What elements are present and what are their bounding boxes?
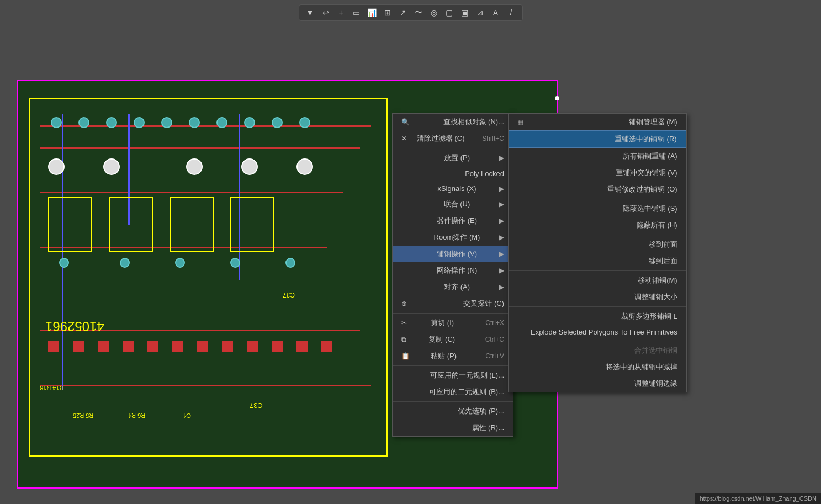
move-back-label: 移到后面	[649, 256, 677, 266]
submenu-separator-1	[509, 199, 686, 199]
cross-probe-label: 交叉探针 (C)	[463, 299, 504, 309]
menu-item-properties[interactable]: 属性 (R)...	[393, 420, 513, 436]
menu-item-room-ops[interactable]: Room操作 (M) ▶	[393, 229, 513, 246]
unary-rules-label: 可应用的一元规则 (L)...	[430, 370, 504, 380]
submenu-item-repour-conflict[interactable]: 重铺冲突的铺铜 (V)	[509, 165, 686, 181]
toolbar-line-icon[interactable]: /	[506, 7, 517, 18]
submenu-item-subtract-copper[interactable]: 将选中的从铺铜中减掉	[509, 359, 686, 375]
align-arrow: ▶	[499, 283, 504, 291]
menu-item-cross-probe[interactable]: ⊕ 交叉探针 (C)	[393, 295, 513, 312]
context-menu: 🔍 查找相似对象 (N)... ✕ 清除过滤器 (C) Shift+C 放置 (…	[392, 113, 513, 437]
menu-item-copper-ops[interactable]: 铺铜操作 (V) ▶	[393, 246, 513, 262]
submenu-item-explode-copper[interactable]: Explode Selected Polygons To Free Primit…	[509, 325, 686, 339]
submenu-item-resize-copper[interactable]: 调整铺铜大小	[509, 289, 686, 305]
menu-separator-1	[393, 148, 513, 148]
submenu-copper-ops: ▦ 铺铜管理器 (M) 重铺选中的铺铜 (R) 所有铺铜重铺 (A) 重铺冲突的…	[508, 113, 687, 392]
place-arrow: ▶	[499, 154, 504, 162]
submenu-item-hide-all[interactable]: 隐蔽所有 (H)	[509, 217, 686, 234]
subtract-copper-label: 将选中的从铺铜中减掉	[606, 362, 677, 372]
submenu-item-copper-manager[interactable]: ▦ 铺铜管理器 (M)	[509, 114, 686, 130]
trim-copper-label: 裁剪多边形铺铜 L	[621, 311, 677, 321]
toolbar-chart-icon[interactable]: 📊	[367, 7, 378, 18]
menu-item-component-ops[interactable]: 器件操作 (E) ▶	[393, 213, 513, 229]
prefs-label: 优先选项 (P)...	[458, 406, 504, 416]
submenu-item-repour-selected[interactable]: 重铺选中的铺铜 (R)	[509, 130, 686, 148]
move-copper-label: 移动辅铜(M)	[638, 275, 677, 285]
comp-ops-label: 器件操作 (E)	[437, 216, 477, 226]
toolbar-rectb-icon[interactable]: ▣	[459, 7, 470, 18]
submenu-separator-4	[509, 306, 686, 307]
menu-item-poly-locked[interactable]: Poly Locked	[393, 166, 513, 181]
copper-manager-label: 铺铜管理器 (M)	[629, 117, 677, 127]
copy-label: 复制 (C)	[428, 335, 455, 344]
menu-item-copy[interactable]: ⧉ 复制 (C) Ctrl+C	[393, 331, 513, 348]
toolbar-comp-icon[interactable]: ⊞	[382, 7, 393, 18]
toolbar-rect-icon[interactable]: ▭	[351, 7, 362, 18]
menu-item-binary-rules[interactable]: 可应用的二元规则 (B)...	[393, 384, 513, 400]
room-ops-arrow: ▶	[499, 234, 504, 241]
toolbar-target-icon[interactable]: ◎	[428, 7, 439, 18]
menu-item-clear-filter[interactable]: ✕ 清除过滤器 (C) Shift+C	[393, 130, 513, 147]
menu-item-unary-rules[interactable]: 可应用的一元规则 (L)...	[393, 367, 513, 384]
submenu-item-merge-copper[interactable]: 合并选中铺铜	[509, 342, 686, 359]
explode-copper-label: Explode Selected Polygons To Free Primit…	[531, 328, 677, 336]
toolbar-text-icon[interactable]: A	[490, 7, 501, 18]
toolbar-route2-icon[interactable]: ↗	[398, 7, 409, 18]
align-label: 对齐 (A)	[444, 282, 470, 292]
menu-item-place[interactable]: 放置 (P) ▶	[393, 150, 513, 166]
find-similar-icon: 🔍	[401, 118, 410, 126]
toolbar-measure-icon[interactable]: ⊿	[475, 7, 486, 18]
menu-item-cut[interactable]: ✂ 剪切 (I) Ctrl+X	[393, 315, 513, 331]
paste-icon: 📋	[401, 352, 410, 360]
submenu-separator-2	[509, 235, 686, 235]
union-label: 联合 (U)	[444, 199, 470, 209]
repour-modified-label: 重铺修改过的铺铜 (O)	[607, 184, 677, 194]
toolbar-box-icon[interactable]: ▢	[444, 7, 455, 18]
submenu-item-repour-modified[interactable]: 重铺修改过的铺铜 (O)	[509, 181, 686, 198]
menu-item-preferences[interactable]: 优先选项 (P)...	[393, 403, 513, 420]
menu-item-net-ops[interactable]: 网络操作 (N) ▶	[393, 262, 513, 279]
submenu-item-move-back[interactable]: 移到后面	[509, 253, 686, 269]
menu-separator-3	[393, 365, 513, 366]
xsignals-label: xSignals (X)	[437, 184, 476, 193]
corner-dot	[555, 96, 559, 100]
copper-ops-label: 铺铜操作 (V)	[437, 249, 477, 259]
menu-item-align[interactable]: 对齐 (A) ▶	[393, 279, 513, 295]
menu-item-xsignals[interactable]: xSignals (X) ▶	[393, 181, 513, 196]
pcb-yellow-border	[29, 98, 388, 457]
xsignals-arrow: ▶	[499, 185, 504, 193]
toolbar-wave-icon[interactable]: 〜	[413, 7, 424, 18]
hide-all-label: 隐蔽所有 (H)	[637, 220, 677, 230]
menu-separator-4	[393, 401, 513, 402]
submenu-separator-3	[509, 270, 686, 271]
menu-separator-2	[393, 313, 513, 314]
submenu-item-move-copper[interactable]: 移动辅铜(M)	[509, 272, 686, 289]
hide-selected-label: 隐蔽选中铺铜 (S)	[623, 204, 677, 214]
toolbar-filter-icon[interactable]: ▼	[305, 7, 316, 18]
toolbar-route-icon[interactable]: ↩	[320, 7, 331, 18]
copy-icon: ⧉	[401, 336, 406, 343]
submenu-item-move-front[interactable]: 移到前面	[509, 236, 686, 253]
submenu-item-hide-selected[interactable]: 隐蔽选中铺铜 (S)	[509, 200, 686, 217]
merge-copper-label: 合并选中铺铜	[634, 346, 677, 356]
bottom-bar-url: https://blog.csdn.net/William_Zhang_CSDN	[700, 495, 817, 502]
repour-all-label: 所有铺铜重铺 (A)	[623, 151, 677, 161]
menu-item-find-similar[interactable]: 🔍 查找相似对象 (N)...	[393, 114, 513, 130]
menu-item-union[interactable]: 联合 (U) ▶	[393, 196, 513, 213]
paste-shortcut: Ctrl+V	[485, 352, 504, 360]
submenu-item-trim-copper[interactable]: 裁剪多边形铺铜 L	[509, 308, 686, 325]
copper-ops-arrow: ▶	[499, 250, 504, 258]
poly-locked-label: Poly Locked	[465, 169, 504, 178]
submenu-item-adjust-border[interactable]: 调整铺铜边缘	[509, 375, 686, 392]
comp-ops-arrow: ▶	[499, 217, 504, 225]
submenu-item-repour-all[interactable]: 所有铺铜重铺 (A)	[509, 148, 686, 165]
find-similar-label: 查找相似对象 (N)...	[443, 117, 505, 127]
menu-item-paste[interactable]: 📋 粘贴 (P) Ctrl+V	[393, 348, 513, 364]
toolbar-add-icon[interactable]: +	[336, 7, 347, 18]
pcb-canvas: ▼ ↩ + ▭ 📊 ⊞ ↗ 〜 ◎ ▢ ▣ ⊿ A /	[0, 0, 821, 504]
repour-conflict-label: 重铺冲突的铺铜 (V)	[616, 168, 677, 178]
adjust-border-label: 调整铺铜边缘	[634, 379, 677, 389]
net-ops-arrow: ▶	[499, 267, 504, 274]
paste-label: 粘贴 (P)	[431, 351, 457, 361]
clear-filter-shortcut: Shift+C	[482, 135, 504, 142]
